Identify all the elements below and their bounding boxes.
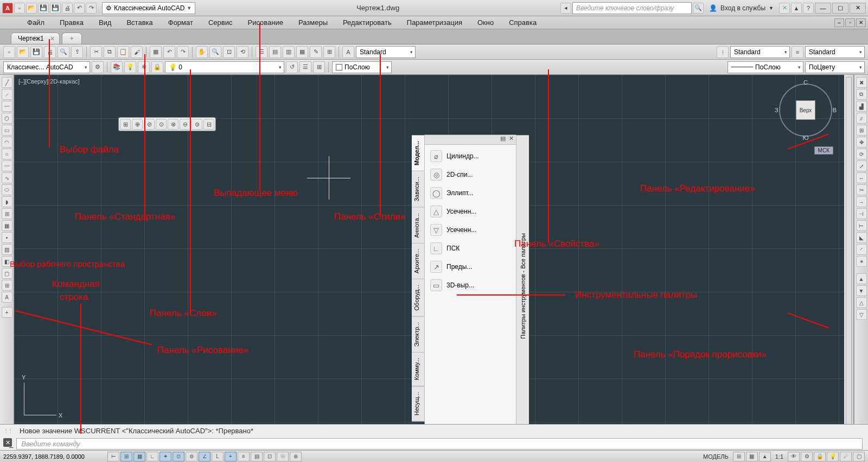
polygon-icon[interactable]: ⬡	[2, 113, 12, 124]
matchprop-icon[interactable]: 🖌	[131, 46, 143, 58]
save-icon[interactable]: 💾	[30, 46, 42, 58]
palette-props-icon[interactable]: ▤	[500, 135, 506, 144]
layer-freeze-icon[interactable]: ❄	[138, 61, 150, 73]
chamfer-icon[interactable]: ◣	[856, 232, 867, 243]
menu-modify[interactable]: Редактировать	[335, 16, 399, 29]
close-button[interactable]: ✕	[850, 3, 866, 14]
gear-icon[interactable]: ⚙	[92, 61, 104, 73]
explode-icon[interactable]: ✶	[856, 256, 867, 267]
dyn-icon[interactable]: +	[225, 452, 237, 461]
mlstyle-dropdown[interactable]: Standard	[805, 46, 865, 58]
compass-n[interactable]: С	[803, 79, 808, 86]
textstyle-dropdown[interactable]: Standard	[356, 46, 416, 58]
textstyle-icon[interactable]: A	[342, 46, 354, 58]
rect-icon[interactable]: ▭	[2, 125, 12, 136]
vs-concept-icon[interactable]: ⊗	[168, 119, 178, 130]
ws-switch-icon[interactable]: ⚙	[801, 452, 813, 461]
exchange-icon[interactable]: ✕	[779, 3, 790, 14]
menu-edit[interactable]: Правка	[52, 16, 91, 29]
mtext-icon[interactable]: A	[2, 292, 12, 303]
toolpal-icon[interactable]: ▥	[283, 46, 295, 58]
menu-format[interactable]: Формат	[161, 16, 201, 29]
dcenter-icon[interactable]: ▤	[269, 46, 281, 58]
open-icon[interactable]: 📂	[17, 46, 29, 58]
layer-on-icon[interactable]: 💡	[124, 61, 136, 73]
publish-icon[interactable]: ⇪	[71, 46, 83, 58]
viewport-label[interactable]: [–][Сверху][2D-каркас]	[18, 78, 80, 85]
polar-icon[interactable]: ✦	[159, 452, 171, 461]
help-icon[interactable]: ?	[803, 3, 814, 14]
mlstyle-icon[interactable]: ≡	[792, 46, 803, 58]
extend-icon[interactable]: →	[856, 196, 867, 207]
workspace-dropdown[interactable]: ⚙ Классический AutoCAD ▼	[102, 2, 195, 14]
palette-close-icon[interactable]: ✕	[509, 135, 514, 144]
grip-icon[interactable]: ⋮⋮	[3, 428, 12, 434]
zoom-icon[interactable]: 🔍	[209, 46, 221, 58]
ptab-modeling[interactable]: Модел...	[412, 135, 425, 171]
infer-icon[interactable]: ⊢	[107, 452, 119, 461]
cleanscreen-icon[interactable]: ▢	[853, 452, 865, 461]
palette-item[interactable]: ▽Усеченн...	[425, 221, 516, 239]
fillet-icon[interactable]: ◜	[856, 244, 867, 255]
qcalc-icon[interactable]: ⊞	[323, 46, 335, 58]
revcloud-icon[interactable]: 〰	[2, 161, 12, 171]
erase-icon[interactable]: ✖	[856, 77, 867, 88]
grid-icon[interactable]: ▦	[133, 452, 145, 461]
undo-icon[interactable]: ↶	[163, 46, 175, 58]
new-icon[interactable]: ▫	[14, 3, 25, 14]
undo-icon[interactable]: ↶	[74, 3, 85, 14]
ellipse-icon[interactable]: ⬭	[2, 184, 12, 195]
redo-icon[interactable]: ↷	[86, 3, 97, 14]
new-icon[interactable]: ▫	[3, 46, 15, 58]
palette-item[interactable]: ▭3D-выр...	[425, 276, 516, 294]
viewcube-top[interactable]: Верх	[796, 101, 815, 119]
vs-shaded-icon[interactable]: ⊖	[180, 119, 190, 130]
ducs-icon[interactable]: L	[212, 452, 224, 461]
table-icon[interactable]: ⊞	[2, 280, 12, 291]
arc-icon[interactable]: ◠	[2, 137, 12, 147]
search-input[interactable]: Введите ключевое слово/фразу	[572, 2, 692, 14]
chevron-left-icon[interactable]: ◂	[560, 3, 571, 14]
3dosnap-icon[interactable]: ⊚	[186, 452, 197, 461]
draworder-above-icon[interactable]: △	[856, 297, 867, 308]
osnap-icon[interactable]: ⊙	[173, 452, 184, 461]
block-icon[interactable]: ▦	[150, 46, 162, 58]
preview-icon[interactable]: 🔍	[58, 46, 69, 58]
open-icon[interactable]: 📂	[26, 3, 37, 14]
draworder-under-icon[interactable]: ▽	[856, 309, 867, 320]
addsel-icon[interactable]: +	[2, 307, 12, 318]
palette-item[interactable]: ↗Преды...	[425, 258, 516, 276]
markup-icon[interactable]: ✎	[310, 46, 322, 58]
palette-item[interactable]: ◯Эллипт...	[425, 184, 516, 202]
paste-icon[interactable]: 📋	[117, 46, 129, 58]
close-icon[interactable]: ✕	[3, 438, 12, 447]
stretch-icon[interactable]: ↔	[856, 172, 867, 183]
ptab-constraints[interactable]: Зависи...	[412, 171, 425, 208]
annovisibility-icon[interactable]: 👁	[788, 452, 800, 461]
ptab-arch[interactable]: Архите...	[412, 243, 425, 279]
save-icon[interactable]: 💾	[38, 3, 49, 14]
qp-icon[interactable]: ⊡	[264, 452, 276, 461]
floating-toolbar[interactable]: ⊞ ⊕ ⊘ ⊙ ⊗ ⊖ ⊜ ⊟ ✕	[118, 117, 216, 131]
join-icon[interactable]: ⊢	[856, 220, 867, 231]
menu-window[interactable]: Окно	[470, 16, 501, 29]
viewport[interactable]: [–][Сверху][2D-каркас] ⊞ ⊕ ⊘ ⊙ ⊗ ⊖ ⊜ ⊟ ✕…	[14, 75, 844, 435]
point-icon[interactable]: •	[2, 232, 12, 243]
draworder-back-icon[interactable]: ▼	[856, 285, 867, 296]
tool-palette[interactable]: ▤ ✕ Модел... Зависи... Аннота... Архите.…	[424, 134, 516, 435]
menu-parametric[interactable]: Параметризация	[399, 16, 470, 29]
region-icon[interactable]: ▢	[2, 268, 12, 279]
vs-xray-icon[interactable]: ⊜	[192, 119, 202, 130]
compass-w[interactable]: З	[775, 107, 778, 113]
ortho-icon[interactable]: ∟	[146, 452, 158, 461]
plot-icon[interactable]: 🖨	[44, 46, 56, 58]
dimstyle-dropdown[interactable]: Standard	[730, 46, 790, 58]
command-line[interactable]: ⋮⋮ ✕ Новое значение WSCURRENT <"Классиче…	[0, 424, 868, 450]
linetype-dropdown[interactable]: ПоСлою	[727, 61, 803, 73]
move-icon[interactable]: ✥	[856, 137, 867, 147]
dimstyle-icon[interactable]: ⟊	[717, 46, 729, 58]
scale-icon[interactable]: ⤢	[856, 161, 867, 171]
modelspace-button[interactable]: МОДЕЛЬ	[700, 453, 732, 460]
workspace-dd2[interactable]: Классичес... AutoCAD	[3, 61, 90, 73]
palette-item[interactable]: ∟ПСК	[425, 239, 516, 258]
